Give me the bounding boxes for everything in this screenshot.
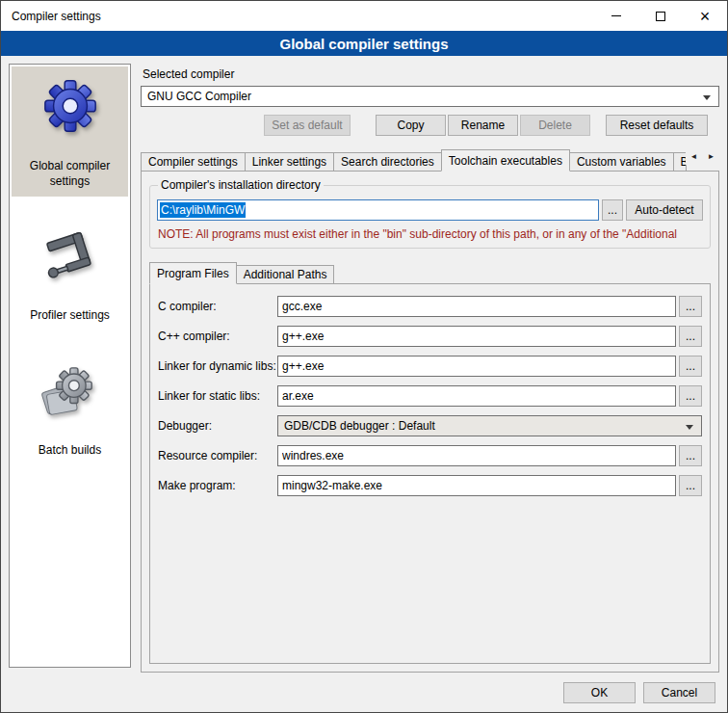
sidebar-item-global-compiler-settings[interactable]: Global compiler settings: [12, 66, 128, 197]
sidebar-item-batch-builds[interactable]: Batch builds: [12, 351, 128, 466]
main-panel: Selected compiler GNU GCC Compiler Set a…: [141, 64, 719, 673]
selected-compiler-label: Selected compiler: [143, 67, 719, 81]
field-row: C compiler: ...: [158, 296, 702, 317]
tab-scroll-controls: ◄ ►: [686, 149, 719, 165]
sidebar-item-profiler-settings[interactable]: Profiler settings: [12, 216, 128, 331]
set-as-default-button: Set as default: [264, 115, 351, 136]
field-row: Linker for dynamic libs: ...: [158, 356, 702, 377]
c-compiler-input[interactable]: [277, 296, 676, 317]
toolchain-executables-panel: Compiler's installation directory C:\ray…: [141, 171, 719, 673]
ok-button[interactable]: OK: [563, 682, 636, 703]
resource-compiler-browse-button[interactable]: ...: [679, 445, 702, 466]
clamp-tool-icon: [40, 225, 100, 285]
rename-button[interactable]: Rename: [448, 115, 518, 136]
titlebar: Compiler settings ×: [1, 1, 727, 31]
tab-custom-variables[interactable]: Custom variables: [569, 152, 674, 172]
chevron-down-icon: [686, 425, 693, 430]
sidebar-item-label: Global compiler settings: [13, 159, 126, 189]
sidebar-item-label: Batch builds: [39, 443, 101, 459]
minimize-button[interactable]: [594, 1, 638, 31]
settings-tabs: Compiler settings Linker settings Search…: [141, 149, 719, 172]
compiler-select[interactable]: GNU GCC Compiler: [141, 86, 719, 107]
tab-build-options[interactable]: Build: [673, 152, 687, 172]
field-row: C++ compiler: ...: [158, 326, 702, 347]
programs-note: NOTE: All programs must exist either in …: [158, 227, 702, 241]
compiler-select-value: GNU GCC Compiler: [147, 90, 251, 103]
cpp-compiler-label: C++ compiler:: [158, 330, 277, 343]
dialog-footer: OK Cancel: [1, 673, 727, 712]
browse-directory-button[interactable]: ...: [602, 199, 623, 221]
resource-compiler-label: Resource compiler:: [158, 449, 277, 462]
subtab-program-files[interactable]: Program Files: [149, 262, 237, 284]
debugger-select-value: GDB/CDB debugger : Default: [284, 419, 435, 433]
cpp-compiler-browse-button[interactable]: ...: [679, 326, 702, 347]
blue-gear-icon: [40, 76, 100, 136]
cancel-button[interactable]: Cancel: [643, 682, 715, 703]
gray-gear-stack-icon: [40, 360, 100, 420]
sidebar: Global compiler settings Profiler se: [9, 64, 131, 668]
window-title: Compiler settings: [1, 1, 594, 31]
c-compiler-label: C compiler:: [158, 300, 277, 313]
minimize-icon: [611, 15, 621, 16]
installation-directory-title: Compiler's installation directory: [158, 178, 324, 192]
field-row: Resource compiler: ...: [158, 445, 702, 466]
make-program-browse-button[interactable]: ...: [679, 475, 702, 496]
close-icon: ×: [700, 8, 711, 25]
dialog-header: Global compiler settings: [1, 31, 727, 56]
program-files-panel: C compiler: ... C++ compiler: ... Linker…: [149, 283, 711, 664]
static-linker-input[interactable]: [277, 385, 676, 407]
tab-search-directories[interactable]: Search directories: [333, 152, 442, 172]
tab-scroll-right-icon[interactable]: ►: [703, 149, 719, 165]
dynamic-linker-browse-button[interactable]: ...: [679, 356, 702, 377]
installation-directory-group: Compiler's installation directory C:\ray…: [149, 185, 711, 249]
debugger-select[interactable]: GDB/CDB debugger : Default: [277, 415, 702, 436]
auto-detect-button[interactable]: Auto-detect: [626, 199, 703, 221]
tab-toolchain-executables[interactable]: Toolchain executables: [441, 149, 570, 172]
reset-defaults-button[interactable]: Reset defaults: [606, 115, 708, 136]
compiler-actions: Set as default Copy Rename Delete Reset …: [141, 115, 719, 136]
sidebar-item-label: Profiler settings: [30, 308, 110, 324]
compiler-settings-window: Compiler settings × Global compiler sett…: [0, 0, 728, 713]
static-linker-browse-button[interactable]: ...: [679, 385, 702, 407]
debugger-label: Debugger:: [158, 419, 277, 433]
maximize-button[interactable]: [638, 1, 683, 31]
make-program-label: Make program:: [158, 479, 277, 492]
dialog-header-title: Global compiler settings: [279, 36, 448, 52]
cpp-compiler-input[interactable]: [277, 326, 676, 347]
tab-scroll-left-icon[interactable]: ◄: [686, 149, 702, 165]
close-button[interactable]: ×: [683, 1, 727, 31]
field-row: Linker for static libs: ...: [158, 385, 702, 407]
tab-linker-settings[interactable]: Linker settings: [245, 152, 334, 172]
dialog-content: Global compiler settings Profiler se: [1, 56, 727, 673]
static-linker-label: Linker for static libs:: [158, 389, 277, 403]
program-tabs: Program Files Additional Paths: [149, 262, 711, 284]
field-row: Debugger: GDB/CDB debugger : Default: [158, 415, 702, 436]
subtab-additional-paths[interactable]: Additional Paths: [236, 265, 335, 284]
installation-directory-input[interactable]: C:\raylib\MinGW: [157, 199, 599, 221]
chevron-down-icon: [703, 95, 711, 100]
copy-button[interactable]: Copy: [376, 115, 446, 136]
tab-compiler-settings[interactable]: Compiler settings: [141, 152, 246, 172]
field-row: Make program: ...: [158, 475, 702, 496]
dynamic-linker-input[interactable]: [277, 356, 676, 377]
installation-directory-row: C:\raylib\MinGW ... Auto-detect: [157, 199, 703, 221]
c-compiler-browse-button[interactable]: ...: [679, 296, 702, 317]
make-program-input[interactable]: [277, 475, 676, 496]
maximize-icon: [656, 12, 665, 21]
resource-compiler-input[interactable]: [277, 445, 676, 466]
delete-button: Delete: [520, 115, 590, 136]
installation-directory-value: C:\raylib\MinGW: [160, 202, 246, 218]
dynamic-linker-label: Linker for dynamic libs:: [158, 359, 277, 373]
